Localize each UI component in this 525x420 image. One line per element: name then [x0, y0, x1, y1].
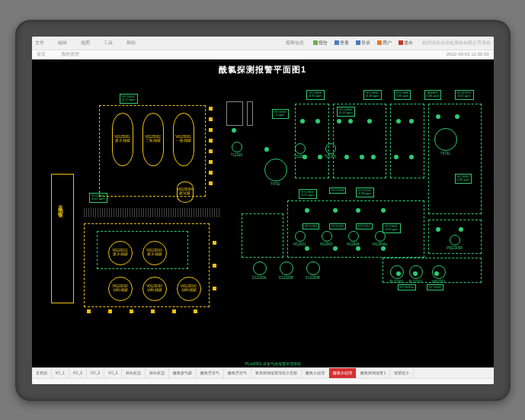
nav-system[interactable]: 系统管理	[61, 51, 79, 58]
marker-icon	[209, 139, 213, 143]
equip-label: T4702	[261, 182, 291, 186]
app-screen: 文件 编辑 视图 工具 帮助 报警信息 报告 查看 登录 用户 退出 杭州沃欣自…	[32, 37, 494, 384]
waste-pool-label: 废水池（收集）	[57, 200, 65, 211]
tab-8[interactable]: 酰氯空压气	[197, 368, 224, 378]
toolbar-actions: 报警信息 报告 查看 登录 用户 退出 杭州沃欣自动化系统有限公司系统	[286, 39, 491, 47]
tab-9[interactable]: 酰氯空压气	[224, 368, 251, 378]
tab-0[interactable]: 首页面	[32, 368, 52, 378]
menu-edit[interactable]: 编辑	[58, 40, 67, 46]
tab-5[interactable]: 探头状态	[122, 368, 146, 378]
tank-label: V8125002二吩储罐	[142, 135, 164, 143]
equip-label: D12320B	[303, 276, 324, 280]
tab-13[interactable]: 酰氯探测报警1	[357, 368, 390, 378]
vessel-label: V8123010废水储罐	[142, 248, 167, 256]
equip-label: PL22301	[386, 280, 408, 284]
status-bar	[32, 378, 494, 384]
sensor-GT22901: GT22901	[303, 223, 320, 230]
waste-pool	[51, 174, 74, 303]
equip-label: T22302	[322, 155, 340, 159]
vessel-label: V8123010动时储罐	[177, 284, 201, 292]
login-button[interactable]: 登录	[354, 39, 373, 47]
sensor-dot-icon	[394, 155, 399, 159]
timestamp: 2022-03-02 12:30:33	[447, 52, 489, 56]
marker-icon	[172, 309, 176, 313]
tab-10[interactable]: 氯苯探测报警流程示意图	[251, 368, 302, 378]
tab-11[interactable]: 酰氯水处理	[302, 368, 329, 378]
menu-file[interactable]: 文件	[35, 40, 44, 46]
zone-r6	[242, 213, 283, 258]
equip-box2	[247, 101, 253, 126]
equip-label: PL22101	[405, 280, 427, 284]
sensor-dot-icon	[300, 119, 305, 123]
vessel-label: V8123030动时储罐	[142, 284, 167, 292]
sensor-dot-icon	[436, 227, 440, 232]
menu-help[interactable]: 帮助	[126, 40, 136, 46]
canvas-footer: PLxx0001 设备气体报警管理系统	[245, 361, 302, 366]
marker-icon	[213, 241, 216, 245]
sensor-GT23002: GT23002	[427, 284, 444, 291]
equip-V822301	[432, 265, 446, 279]
marker-icon	[151, 309, 155, 313]
sensor-Ad1801: Ad18010.00 ppm	[424, 90, 442, 101]
sub-toolbar: 首页 系统管理 2022-03-02 12:30:33	[32, 50, 494, 59]
sensor-dot-icon	[264, 147, 269, 152]
sensor-dot-icon	[318, 155, 322, 159]
sensor-dot-icon	[371, 155, 376, 159]
view-button[interactable]: 查看	[332, 39, 351, 47]
marker-icon	[87, 309, 91, 313]
tab-6[interactable]: 探头状态	[146, 368, 169, 378]
sensor-GT22912: GT22912	[356, 223, 373, 230]
sensor-GT21801: GT21801-0.04 ppm	[383, 223, 401, 234]
view-icon	[335, 40, 339, 45]
equip-T4701	[434, 128, 457, 151]
equip-D12320B	[306, 261, 320, 275]
marker-icon	[108, 309, 112, 313]
tab-4[interactable]: I/O_2	[104, 368, 122, 378]
sensor-dot-icon	[360, 155, 364, 159]
sensor-dot-icon	[356, 246, 360, 251]
sensor-GT14101C: GT14101C0.02 ppm	[455, 90, 475, 101]
diagram-title: 酰氯探测报警平面图1	[219, 64, 306, 75]
sensor-GT24002: GT240020 ppm	[272, 109, 290, 120]
main-toolbar: 文件 编辑 视图 工具 帮助 报警信息 报告 查看 登录 用户 退出 杭州沃欣自…	[32, 37, 494, 50]
tab-12[interactable]: 酰氯水处理	[329, 368, 357, 378]
report-icon	[313, 40, 318, 45]
tab-1[interactable]: I/O_1	[52, 368, 69, 378]
sensor-dot-icon	[303, 155, 307, 159]
sensor-dot-icon	[434, 271, 439, 276]
sensor-GT22903: GT22903	[329, 188, 347, 194]
marker-icon	[209, 107, 213, 111]
menu-view[interactable]: 视图	[81, 40, 90, 46]
exit-icon	[399, 40, 403, 45]
tab-7[interactable]: 酰氯废气罐	[169, 368, 197, 378]
tab-2[interactable]: I/O_2	[69, 368, 87, 378]
equip-label: P8223008	[446, 246, 464, 250]
tab-14[interactable]: 报警提示	[390, 368, 414, 378]
equip-label: M12901	[291, 242, 309, 246]
sensor-GT21805: GT21805-0.48 ppm	[363, 90, 382, 101]
exit-button[interactable]: 退出	[396, 39, 415, 47]
hatch-divider	[84, 208, 221, 217]
sensor-dot-icon	[337, 119, 341, 123]
scada-canvas[interactable]: 酰氯探测报警平面图1 废水池（收集） V8125001废水储罐 V8125002…	[32, 59, 494, 367]
sensor-GT21804: GT21804-0.13 ppm	[337, 107, 355, 117]
menu-tools[interactable]: 工具	[104, 40, 113, 46]
company-label: 杭州沃欣自动化系统有限公司系统	[422, 40, 491, 46]
sensor-dot-icon	[305, 208, 309, 213]
zone-r1	[295, 104, 329, 178]
equip-label: M12904a	[371, 242, 389, 246]
tank-label: V8125001一吩储罐	[173, 135, 194, 143]
equip-T12320	[232, 142, 242, 152]
nav-home[interactable]: 首页	[37, 51, 46, 58]
equip-T22302	[325, 143, 336, 154]
sensor-dot-icon	[413, 271, 418, 276]
alarm-label[interactable]: 报警信息	[286, 40, 304, 46]
sensor-GT25601: GT25601-0.15 ppm	[120, 94, 138, 104]
tank-label: V8125001废水储罐	[112, 135, 133, 143]
report-button[interactable]: 报告	[311, 39, 330, 47]
zone-r3	[390, 104, 424, 178]
user-button[interactable]: 用户	[375, 39, 394, 47]
tab-3[interactable]: I/O_2	[87, 368, 104, 378]
zone-r4	[428, 104, 482, 214]
sensor-GT21806: GT218060.00 ppm	[394, 90, 411, 101]
